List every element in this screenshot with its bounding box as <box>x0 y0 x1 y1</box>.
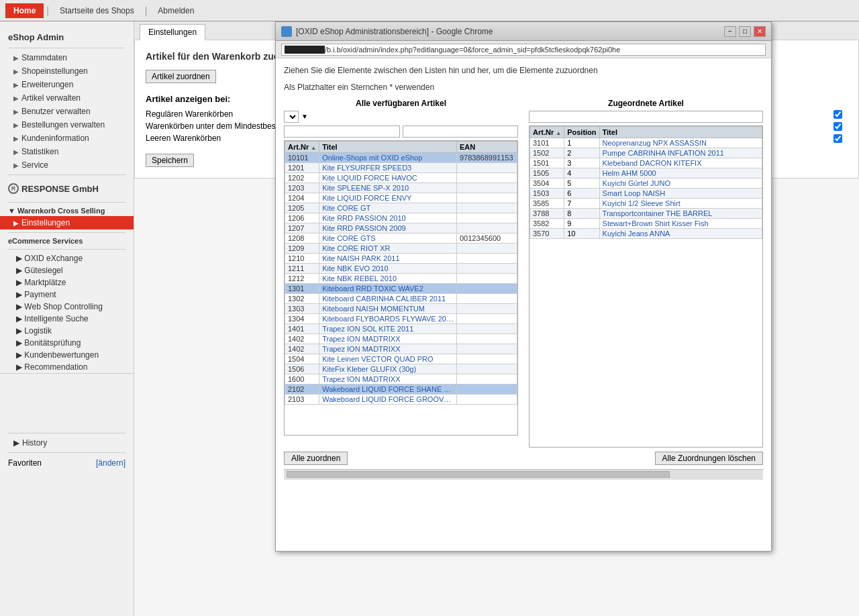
horizontal-scrollbar[interactable] <box>284 469 763 480</box>
nav-logout-link[interactable]: Abmelden <box>150 3 202 18</box>
alle-zuordnungen-loeschen-button[interactable]: Alle Zuordnungen löschen <box>655 452 763 465</box>
sidebar-item-shopeinstellungen[interactable]: ▶ Shopeinstellungen <box>0 64 134 78</box>
table-row[interactable]: 1505 4 Helm AHM 5000 <box>530 168 762 178</box>
sidebar-item-webshop[interactable]: ▶ Web Shop Controlling <box>0 301 134 313</box>
sidebar-item-label: Service <box>21 160 48 170</box>
table-row[interactable]: 1600 Trapez ION MADTRIXX <box>285 374 517 384</box>
alle-zuordnen-button[interactable]: Alle zuordnen <box>284 452 348 465</box>
table-row[interactable]: 1506 KiteFix Kleber GLUFIX (30g) <box>285 364 517 374</box>
table-row[interactable]: 1503 6 Smart Loop NAISH <box>530 188 762 198</box>
table-row[interactable]: 1203 Kite SPLEENE SP-X 2010 <box>285 183 517 193</box>
sidebar-item-stammdaten[interactable]: ▶ Stammdaten <box>0 51 134 64</box>
table-row[interactable]: 1207 Kite RRD PASSION 2009 <box>285 223 517 233</box>
right-search-bar <box>529 111 763 123</box>
table-row[interactable]: 1201 Kite FLYSURFER SPEED3 <box>285 162 517 172</box>
checkbox-mindestbestellwert[interactable] <box>833 122 842 131</box>
browser-close-button[interactable]: ✕ <box>754 26 766 37</box>
table-row[interactable]: 1502 2 Pumpe CABRINHA INFLATION 2011 <box>530 148 762 158</box>
art-nr-cell: 2103 <box>285 394 319 404</box>
sidebar-item-erweiterungen[interactable]: ▶ Erweiterungen <box>0 78 134 91</box>
table-row[interactable]: 1302 Kiteboard CABRINHA CALIBER 2011 <box>285 293 517 303</box>
table-row[interactable]: 10101 Online-Shops mit OXID eShop 978386… <box>285 152 517 162</box>
title-cell: KiteFix Kleber GLUFIX (30g) <box>319 364 457 374</box>
table-row[interactable]: 1202 Kite LIQUID FORCE HAVOC <box>285 172 517 183</box>
table-row[interactable]: 3101 1 Neoprenanzug NPX ASSASSIN <box>530 138 762 148</box>
browser-maximize-button[interactable]: □ <box>739 26 751 37</box>
favoriten-action[interactable]: [ändern] <box>96 458 125 468</box>
sidebar-item-statistiken[interactable]: ▶ Statistiken <box>0 145 134 158</box>
sidebar-item-einstellungen[interactable]: ▶ Einstellungen <box>0 216 134 229</box>
table-row[interactable]: 3504 5 Kuyichi Gürtel JUNO <box>530 178 762 188</box>
table-row[interactable]: 1208 Kite CORE GTS 0012345600 <box>285 233 517 243</box>
left-search-input2[interactable] <box>403 125 519 138</box>
left-search-input[interactable] <box>284 125 400 138</box>
table-row[interactable]: 3582 9 Stewart+Brown Shirt Kisser Fish <box>530 218 762 228</box>
table-row[interactable]: 1303 Kiteboard NAISH MOMENTUM <box>285 303 517 313</box>
table-row[interactable]: 1210 Kite NAISH PARK 2011 <box>285 253 517 263</box>
col-ean[interactable]: EAN <box>457 141 517 152</box>
title-cell: Trapez ION MADTRIXX <box>319 333 457 344</box>
address-box[interactable]: /b.i.b/oxid/admin/index.php?editlanguage… <box>281 44 766 56</box>
sidebar-item-logistik[interactable]: ▶ Logistik <box>0 325 134 337</box>
table-row[interactable]: 3570 10 Kuyichi Jeans ANNA <box>530 228 762 238</box>
sidebar-item-service[interactable]: ▶ Service <box>0 158 134 172</box>
sidebar-item-benutzer[interactable]: ▶ Benutzer verwalten <box>0 105 134 118</box>
table-row[interactable]: 3585 7 Kuyichi 1/2 Sleeve Shirt <box>530 198 762 208</box>
title-cell: Kite Leinen VECTOR QUAD PRO <box>319 354 457 364</box>
arrow-icon: ▶ <box>16 290 24 299</box>
art-nr-cell: 1211 <box>285 263 319 273</box>
right-search-input[interactable] <box>529 111 763 123</box>
sidebar-item-kunden[interactable]: ▶ Kundeninformation <box>0 132 134 145</box>
table-row[interactable]: 1402 Trapez ION MADTRIXX <box>285 344 517 354</box>
col-titel-r[interactable]: Titel <box>599 126 762 138</box>
checkbox-regelmaessig[interactable] <box>833 110 842 119</box>
sidebar-item-intelligente[interactable]: ▶ Intelligente Suche <box>0 313 134 325</box>
left-filter-select[interactable] <box>284 111 299 123</box>
table-row[interactable]: 1205 Kite CORE GT <box>285 203 517 213</box>
sidebar-item-payment[interactable]: ▶ Payment <box>0 289 134 301</box>
save-button[interactable]: Speichern <box>146 154 194 167</box>
col-position[interactable]: Position <box>564 126 599 138</box>
art-nr-cell: 3570 <box>530 228 564 238</box>
table-row[interactable]: 1212 Kite NBK REBEL 2010 <box>285 273 517 283</box>
position-cell: 9 <box>564 218 599 228</box>
sidebar-item-guetesiegel[interactable]: ▶ Gütesiegel <box>0 264 134 276</box>
sidebar-item-history[interactable]: ▶ History <box>0 436 134 450</box>
table-row[interactable]: 1204 Kite LIQUID FORCE ENVY <box>285 193 517 203</box>
table-row[interactable]: 1301 Kiteboard RRD TOXIC WAVE2 <box>285 283 517 293</box>
col-art-nr-r[interactable]: Art.Nr ▲ <box>530 126 564 138</box>
checkbox-leeren[interactable] <box>833 134 842 143</box>
table-row[interactable]: 3788 8 Transportcontainer THE BARREL <box>530 208 762 218</box>
content-area: Einstellungen Artikel für den Warenkorb … <box>134 21 859 616</box>
sidebar-item-bonitaet[interactable]: ▶ Bonitätsprüfung <box>0 337 134 349</box>
table-row[interactable]: 1501 3 Klebeband DACRON KITEFIX <box>530 158 762 168</box>
sidebar-item-oxid[interactable]: ▶ OXID eXchange <box>0 252 134 264</box>
sidebar-item-artikel[interactable]: ▶ Artikel verwalten <box>0 91 134 105</box>
title-cell: Wakeboard LIQUID FORCE SHANE 2010 <box>319 384 457 394</box>
table-row[interactable]: 1401 Trapez ION SOL KITE 2011 <box>285 323 517 333</box>
title-cell: Transportcontainer THE BARREL <box>599 208 762 218</box>
browser-minimize-button[interactable]: − <box>724 26 736 37</box>
table-row[interactable]: 1304 Kiteboard FLYBOARDS FLYWAVE 2010 <box>285 313 517 323</box>
table-row[interactable]: 2102 Wakeboard LIQUID FORCE SHANE 2010 <box>285 384 517 394</box>
nav-shop-link[interactable]: Startseite des Shops <box>52 3 142 18</box>
table-row[interactable]: 1209 Kite CORE RIOT XR <box>285 243 517 253</box>
col-titel[interactable]: Titel <box>319 141 457 152</box>
sidebar-item-kundenbewertungen[interactable]: ▶ Kundenbewertungen <box>0 349 134 361</box>
table-row[interactable]: 1206 Kite RRD PASSION 2010 <box>285 213 517 223</box>
artikel-zuordnen-button[interactable]: Artikel zuordnen <box>146 70 216 83</box>
left-filter-bar: ▼ <box>284 111 518 123</box>
left-table-wrapper[interactable]: Art.Nr ▲ Titel EAN 10101 Online-Shops mi… <box>284 140 518 435</box>
col-art-nr[interactable]: Art.Nr ▲ <box>285 141 319 152</box>
tab-einstellungen[interactable]: Einstellungen <box>140 24 205 40</box>
table-row[interactable]: 1402 Trapez ION MADTRIXX <box>285 333 517 344</box>
right-table-wrapper[interactable]: Art.Nr ▲ Position Titel 3101 1 Neoprenan… <box>529 125 763 448</box>
sidebar-item-label: Shopeinstellungen <box>21 66 88 76</box>
table-row[interactable]: 1211 Kite NBK EVO 2010 <box>285 263 517 273</box>
sidebar-item-recommendation[interactable]: ▶ Recommendation <box>0 361 134 373</box>
sidebar-item-bestellungen[interactable]: ▶ Bestellungen verwalten <box>0 118 134 132</box>
home-button[interactable]: Home <box>5 3 44 18</box>
table-row[interactable]: 2103 Wakeboard LIQUID FORCE GROOVE 2010 <box>285 394 517 404</box>
table-row[interactable]: 1504 Kite Leinen VECTOR QUAD PRO <box>285 354 517 364</box>
sidebar-item-marktplaetze[interactable]: ▶ Marktplätze <box>0 276 134 289</box>
